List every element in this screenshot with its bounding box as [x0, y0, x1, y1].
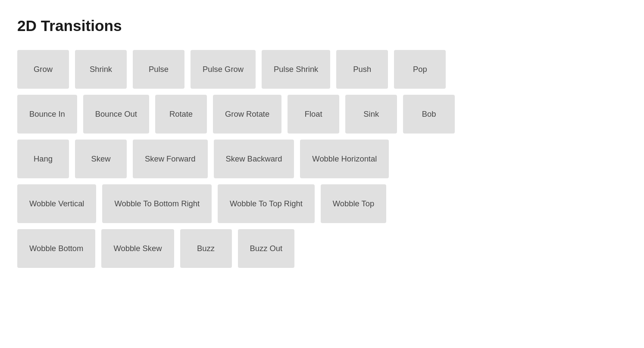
btn-skew-backward[interactable]: Skew Backward — [214, 140, 294, 178]
btn-wobble-skew[interactable]: Wobble Skew — [101, 229, 174, 268]
btn-skew-forward[interactable]: Skew Forward — [133, 140, 208, 178]
btn-push[interactable]: Push — [336, 50, 388, 89]
btn-grow-rotate[interactable]: Grow Rotate — [213, 95, 281, 134]
btn-buzz-out[interactable]: Buzz Out — [238, 229, 295, 268]
btn-rotate[interactable]: Rotate — [155, 95, 207, 134]
page-title: 2D Transitions — [17, 17, 627, 34]
btn-grow[interactable]: Grow — [17, 50, 69, 89]
row-5: Wobble BottomWobble SkewBuzzBuzz Out — [17, 229, 627, 268]
btn-wobble-top[interactable]: Wobble Top — [321, 184, 386, 223]
btn-wobble-horizontal[interactable]: Wobble Horizontal — [300, 140, 389, 178]
btn-bounce-out[interactable]: Bounce Out — [83, 95, 149, 134]
btn-shrink[interactable]: Shrink — [75, 50, 127, 89]
btn-skew[interactable]: Skew — [75, 140, 127, 178]
btn-sink[interactable]: Sink — [345, 95, 397, 134]
btn-pop[interactable]: Pop — [394, 50, 446, 89]
btn-pulse[interactable]: Pulse — [133, 50, 184, 89]
btn-wobble-to-bottom-right[interactable]: Wobble To Bottom Right — [102, 184, 212, 223]
row-3: HangSkewSkew ForwardSkew BackwardWobble … — [17, 140, 627, 178]
row-2: Bounce InBounce OutRotateGrow RotateFloa… — [17, 95, 627, 134]
btn-pulse-grow[interactable]: Pulse Grow — [191, 50, 256, 89]
row-4: Wobble VerticalWobble To Bottom RightWob… — [17, 184, 627, 223]
btn-float[interactable]: Float — [288, 95, 339, 134]
row-1: GrowShrinkPulsePulse GrowPulse ShrinkPus… — [17, 50, 627, 89]
btn-bob[interactable]: Bob — [403, 95, 455, 134]
btn-hang[interactable]: Hang — [17, 140, 69, 178]
btn-wobble-bottom[interactable]: Wobble Bottom — [17, 229, 95, 268]
btn-bounce-in[interactable]: Bounce In — [17, 95, 77, 134]
btn-buzz[interactable]: Buzz — [180, 229, 232, 268]
btn-wobble-to-top-right[interactable]: Wobble To Top Right — [218, 184, 315, 223]
btn-wobble-vertical[interactable]: Wobble Vertical — [17, 184, 96, 223]
btn-pulse-shrink[interactable]: Pulse Shrink — [262, 50, 330, 89]
